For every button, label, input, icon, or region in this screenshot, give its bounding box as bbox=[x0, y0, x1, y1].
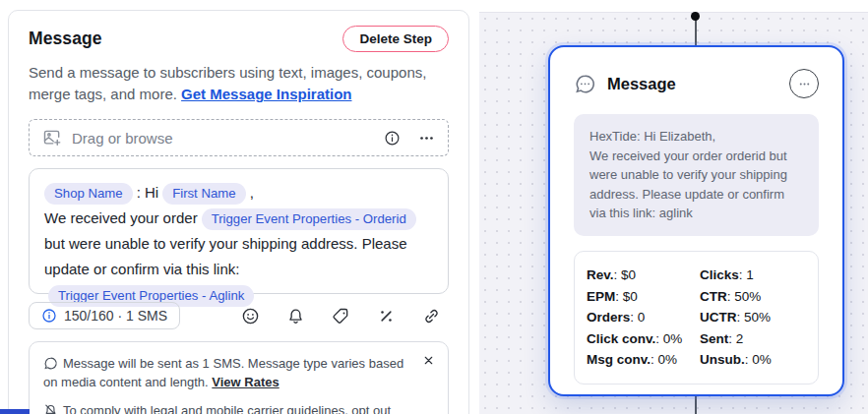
emoji-icon[interactable] bbox=[241, 307, 260, 325]
page-title: Message bbox=[29, 29, 102, 49]
bell-slash-icon bbox=[43, 403, 58, 414]
view-rates-link[interactable]: View Rates bbox=[212, 375, 279, 389]
description-text: Send a message to subscribers using text… bbox=[29, 62, 449, 105]
message-step-editor-panel: Message Delete Step Send a message to su… bbox=[8, 10, 469, 414]
compliance-notice-body: To comply with legal and mobile carrier … bbox=[43, 403, 419, 414]
close-icon[interactable] bbox=[422, 354, 435, 370]
tag-icon[interactable] bbox=[332, 307, 350, 325]
info-icon[interactable] bbox=[384, 130, 401, 147]
composer-text: , bbox=[250, 184, 254, 201]
character-counter-label: 150/160 · 1 SMS bbox=[64, 308, 167, 324]
composer-body: We received your orderTrigger Event Prop… bbox=[44, 206, 433, 308]
flow-connector-line-bottom bbox=[695, 396, 697, 414]
upload-left-group: Drag or browse bbox=[42, 128, 384, 148]
delete-step-button[interactable]: Delete Step bbox=[342, 26, 449, 52]
stat-row: Clicks: 1 bbox=[700, 265, 806, 286]
stat-row: Rev.: $0 bbox=[587, 265, 700, 286]
message-node-card[interactable]: Message HexTide: Hi Elizabeth, We receiv… bbox=[548, 45, 844, 396]
flow-editor-page: Message Delete Step Send a message to su… bbox=[0, 0, 868, 414]
stat-row: CTR: 50% bbox=[700, 286, 806, 308]
message-preview-bubble: HexTide: Hi Elizabeth, We received your … bbox=[574, 114, 819, 236]
panel-header: Message Delete Step bbox=[29, 26, 449, 52]
node-title: Message bbox=[607, 75, 676, 93]
chat-bubble-dots-icon bbox=[574, 73, 596, 95]
compliance-notice-text: To comply with legal and mobile carrier … bbox=[43, 401, 434, 414]
get-message-inspiration-link[interactable]: Get Message Inspiration bbox=[181, 86, 351, 102]
sms-notice-box: Message will be sent as 1 SMS. Message t… bbox=[29, 341, 449, 414]
merge-tag[interactable]: Trigger Event Properties - Orderid bbox=[202, 208, 416, 230]
stat-row: Click conv.: 0% bbox=[587, 328, 700, 350]
stat-row: Orders: 0 bbox=[587, 307, 700, 328]
chat-bubble-icon bbox=[43, 356, 58, 371]
composer-text: : Hi bbox=[137, 184, 159, 201]
sms-notice-text: Message will be sent as 1 SMS. Message t… bbox=[43, 354, 434, 391]
stat-row: Unsub.: 0% bbox=[700, 349, 806, 371]
flow-connector-dot bbox=[691, 12, 700, 21]
bell-icon[interactable] bbox=[286, 307, 305, 325]
stats-column-left: Rev.: $0EPM: $0Orders: 0Click conv.: 0%M… bbox=[587, 265, 700, 371]
composer-text: but were unable to verify your shipping … bbox=[44, 235, 407, 277]
image-add-icon bbox=[42, 128, 62, 148]
node-more-button[interactable] bbox=[789, 69, 819, 98]
composer-line-1: Shop Name: HiFirst Name, bbox=[44, 180, 433, 206]
stats-column-right: Clicks: 1CTR: 50%UCTR: 50%Sent: 2Unsub.:… bbox=[700, 265, 806, 371]
media-upload-dropzone[interactable]: Drag or browse bbox=[29, 119, 449, 156]
more-icon bbox=[797, 77, 812, 91]
message-composer[interactable]: Shop Name: HiFirst Name, We received you… bbox=[29, 168, 449, 294]
more-icon[interactable] bbox=[418, 130, 435, 147]
upload-label: Drag or browse bbox=[72, 130, 173, 147]
node-stats-box: Rev.: $0EPM: $0Orders: 0Click conv.: 0%M… bbox=[574, 251, 819, 384]
stat-row: Msg conv.: 0% bbox=[587, 349, 700, 371]
link-icon[interactable] bbox=[422, 307, 441, 325]
stat-row: EPM: $0 bbox=[587, 286, 700, 308]
composer-text: We received your order bbox=[44, 209, 198, 226]
upload-right-group bbox=[384, 130, 435, 147]
discount-icon[interactable] bbox=[377, 307, 396, 325]
character-counter: 150/160 · 1 SMS bbox=[29, 302, 180, 329]
flow-canvas[interactable]: Message HexTide: Hi Elizabeth, We receiv… bbox=[479, 12, 868, 414]
node-header: Message bbox=[574, 69, 819, 98]
info-icon bbox=[41, 308, 57, 324]
stat-row: Sent: 2 bbox=[700, 328, 806, 350]
composer-toolbar bbox=[241, 307, 449, 325]
bottom-bar-fragment bbox=[0, 409, 30, 414]
merge-tag[interactable]: First Name bbox=[162, 183, 245, 205]
stat-row: UCTR: 50% bbox=[700, 307, 806, 328]
merge-tag[interactable]: Shop Name bbox=[44, 183, 133, 205]
